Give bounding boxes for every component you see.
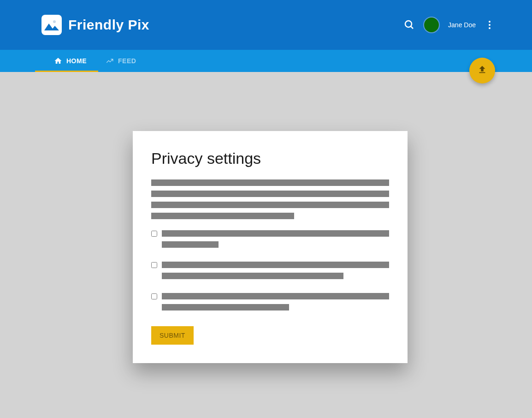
avatar[interactable]	[423, 17, 440, 33]
svg-point-2	[405, 21, 412, 27]
card-title: Privacy settings	[151, 149, 389, 167]
privacy-option-2	[151, 262, 389, 284]
svg-point-1	[53, 20, 56, 23]
privacy-settings-card: Privacy settings	[133, 131, 408, 363]
app-logo-icon[interactable]	[41, 15, 62, 35]
privacy-option-1-text	[162, 230, 389, 252]
privacy-option-3	[151, 293, 389, 315]
logo-section: Friendly Pix	[41, 15, 149, 35]
submit-button[interactable]: SUBMIT	[151, 326, 194, 345]
card-description	[151, 179, 389, 219]
privacy-checkbox-3[interactable]	[151, 293, 157, 299]
more-vert-icon[interactable]	[484, 19, 495, 30]
privacy-option-1	[151, 230, 389, 252]
upload-icon	[477, 65, 487, 77]
header-right: Jane Doe	[404, 17, 495, 33]
nav-tabs: HOME FEED	[0, 50, 532, 72]
tab-home[interactable]: HOME	[44, 50, 96, 72]
username-label[interactable]: Jane Doe	[448, 21, 476, 29]
privacy-checkbox-2[interactable]	[151, 262, 157, 268]
svg-rect-0	[43, 17, 60, 33]
privacy-option-3-text	[162, 293, 389, 315]
privacy-option-2-text	[162, 262, 389, 284]
search-icon[interactable]	[404, 19, 415, 30]
tab-feed[interactable]: FEED	[96, 50, 145, 72]
main-content: Privacy settings	[0, 72, 532, 418]
app-title: Friendly Pix	[68, 17, 149, 33]
privacy-checkbox-1[interactable]	[151, 231, 157, 237]
app-header: Friendly Pix Jane Doe	[0, 0, 532, 50]
tab-home-label: HOME	[66, 57, 87, 65]
tab-feed-label: FEED	[118, 57, 136, 65]
svg-line-3	[411, 26, 413, 29]
upload-fab[interactable]	[469, 58, 495, 84]
